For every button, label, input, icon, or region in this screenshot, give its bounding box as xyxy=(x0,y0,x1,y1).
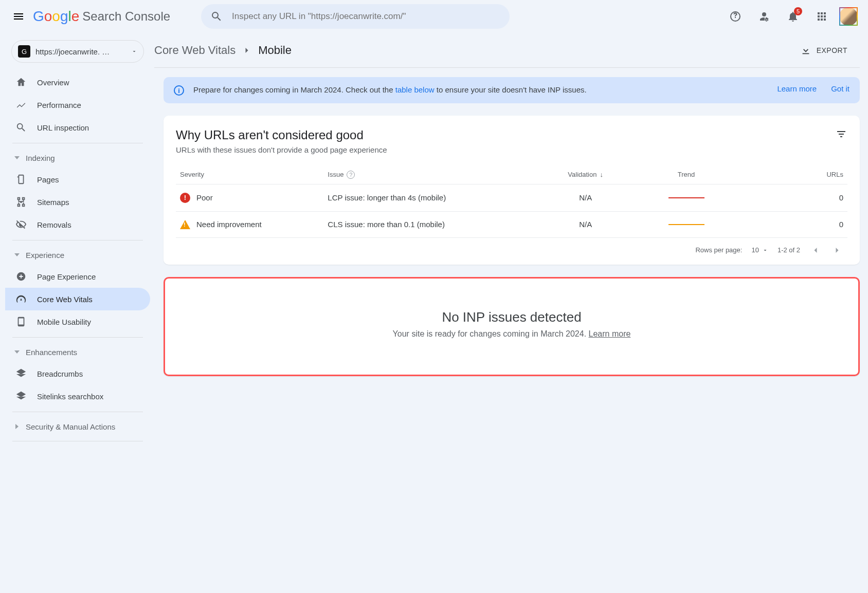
info-icon: i xyxy=(174,85,184,96)
table-row[interactable]: !PoorLCP issue: longer than 4s (mobile)N… xyxy=(176,184,847,211)
card-subtitle: URLs with these issues don't provide a g… xyxy=(176,145,387,154)
rows-per-page-label: Rows per page: xyxy=(695,246,742,254)
sidebar-item-mobile-usability[interactable]: Mobile Usability xyxy=(5,310,150,333)
apps-button[interactable] xyxy=(810,5,833,28)
page-header: Core Web Vitals Mobile EXPORT xyxy=(154,33,860,68)
warning-icon xyxy=(180,220,190,229)
banner-got-it-button[interactable]: Got it xyxy=(831,84,849,93)
google-logo: Google xyxy=(33,8,79,25)
search-icon xyxy=(15,122,27,133)
issues-table: Severity Issue? Validation↓ Trend URLs !… xyxy=(176,165,847,238)
col-urls[interactable]: URLs xyxy=(740,165,847,184)
col-validation[interactable]: Validation↓ xyxy=(538,165,632,184)
inp-status-card: No INP issues detected Your site is read… xyxy=(164,277,860,376)
table-pager: Rows per page: 10 1-2 of 2 xyxy=(176,238,847,258)
prev-page-button[interactable] xyxy=(809,244,822,256)
sidebar: G https://joecanwrite. … Overview Perfor… xyxy=(0,33,154,593)
sidebar-item-overview[interactable]: Overview xyxy=(5,71,150,94)
table-row[interactable]: Need improvementCLS issue: more than 0.1… xyxy=(176,211,847,237)
pages-icon xyxy=(15,174,27,185)
sidebar-item-breadcrumbs[interactable]: Breadcrumbs xyxy=(5,362,150,385)
sidebar-item-performance[interactable]: Performance xyxy=(5,94,150,116)
app-header: Google Search Console 5 xyxy=(0,0,868,33)
info-banner: i Prepare for changes coming in March 20… xyxy=(164,77,860,103)
download-icon xyxy=(800,45,811,56)
sidebar-item-removals[interactable]: Removals xyxy=(5,213,150,236)
sidebar-item-label: Mobile Usability xyxy=(37,318,91,326)
sidebar-item-sitelinks-searchbox[interactable]: Sitelinks searchbox xyxy=(5,385,150,407)
sidebar-item-sitemaps[interactable]: Sitemaps xyxy=(5,191,150,213)
sidebar-item-url-inspection[interactable]: URL inspection xyxy=(5,116,150,139)
sidebar-section-experience[interactable]: Experience xyxy=(5,245,150,265)
product-name: Search Console xyxy=(82,9,170,24)
col-trend[interactable]: Trend xyxy=(632,165,740,184)
sort-desc-icon: ↓ xyxy=(600,171,603,178)
account-avatar[interactable] xyxy=(839,7,858,26)
banner-learn-more-button[interactable]: Learn more xyxy=(777,84,817,93)
col-issue[interactable]: Issue? xyxy=(323,165,538,184)
layers-icon xyxy=(15,368,27,379)
layers-icon xyxy=(15,391,27,402)
notifications-button[interactable]: 5 xyxy=(782,5,804,28)
property-favicon: G xyxy=(18,45,30,58)
property-label: https://joecanwrite. … xyxy=(35,47,131,56)
help-icon: ? xyxy=(347,171,355,179)
validation-value: N/A xyxy=(538,184,632,211)
help-icon xyxy=(729,10,742,23)
hamburger-menu-button[interactable] xyxy=(6,4,31,29)
urls-value: 0 xyxy=(740,184,847,211)
sidebar-section-indexing[interactable]: Indexing xyxy=(5,147,150,168)
next-page-button[interactable] xyxy=(831,244,843,256)
pager-range: 1-2 of 2 xyxy=(777,246,800,254)
export-label: EXPORT xyxy=(817,46,847,54)
trend-sparkline xyxy=(668,222,704,227)
filter-button[interactable] xyxy=(835,128,847,142)
visibility-off-icon xyxy=(15,219,27,230)
export-button[interactable]: EXPORT xyxy=(800,45,847,56)
sidebar-section-security[interactable]: Security & Manual Actions xyxy=(5,416,150,437)
accounts-button[interactable] xyxy=(753,5,775,28)
sidebar-item-label: Performance xyxy=(37,101,81,109)
sidebar-item-label: Breadcrumbs xyxy=(37,369,83,378)
chevron-down-icon xyxy=(762,247,768,253)
rows-per-page-select[interactable]: 10 xyxy=(751,246,768,254)
breadcrumb-parent[interactable]: Core Web Vitals xyxy=(154,44,236,57)
sidebar-item-label: Sitemaps xyxy=(37,198,69,207)
chevron-down-icon xyxy=(131,48,137,54)
banner-message: Prepare for changes coming in March 2024… xyxy=(193,84,767,96)
severity-value: Need improvement xyxy=(196,220,262,229)
speed-icon xyxy=(15,293,27,305)
inp-learn-more-link[interactable]: Learn more xyxy=(589,329,631,338)
card-title: Why URLs aren't considered good xyxy=(176,128,387,142)
banner-link[interactable]: table below xyxy=(395,85,435,94)
sidebar-section-enhancements[interactable]: Enhancements xyxy=(5,342,150,362)
search-input[interactable] xyxy=(232,11,500,22)
sidebar-item-core-web-vitals[interactable]: Core Web Vitals xyxy=(5,288,150,310)
menu-icon xyxy=(12,10,25,23)
trending-icon xyxy=(15,99,27,110)
url-search-bar[interactable] xyxy=(201,4,510,29)
filter-icon xyxy=(835,128,847,140)
main-content: Core Web Vitals Mobile EXPORT i Prepare … xyxy=(154,33,868,593)
sidebar-item-label: Overview xyxy=(37,78,69,87)
circle-plus-icon xyxy=(15,271,27,282)
property-picker[interactable]: G https://joecanwrite. … xyxy=(11,40,144,63)
sidebar-item-label: Sitelinks searchbox xyxy=(37,392,103,401)
sidebar-item-page-experience[interactable]: Page Experience xyxy=(5,265,150,288)
home-icon xyxy=(15,77,27,88)
validation-value: N/A xyxy=(538,211,632,237)
chevron-right-icon xyxy=(832,245,842,255)
sidebar-item-pages[interactable]: Pages xyxy=(5,168,150,191)
sidebar-item-label: Removals xyxy=(37,220,71,229)
sitemap-icon xyxy=(15,196,27,208)
urls-value: 0 xyxy=(740,211,847,237)
search-icon xyxy=(210,10,223,23)
issue-value: CLS issue: more than 0.1 (mobile) xyxy=(323,211,538,237)
inp-card-title: No INP issues detected xyxy=(177,309,846,325)
help-button[interactable] xyxy=(724,5,747,28)
product-logo[interactable]: Google Search Console xyxy=(33,8,170,25)
breadcrumb-current: Mobile xyxy=(258,44,292,57)
col-severity[interactable]: Severity xyxy=(176,165,323,184)
issues-card: Why URLs aren't considered good URLs wit… xyxy=(164,116,860,265)
person-gear-icon xyxy=(758,10,770,23)
